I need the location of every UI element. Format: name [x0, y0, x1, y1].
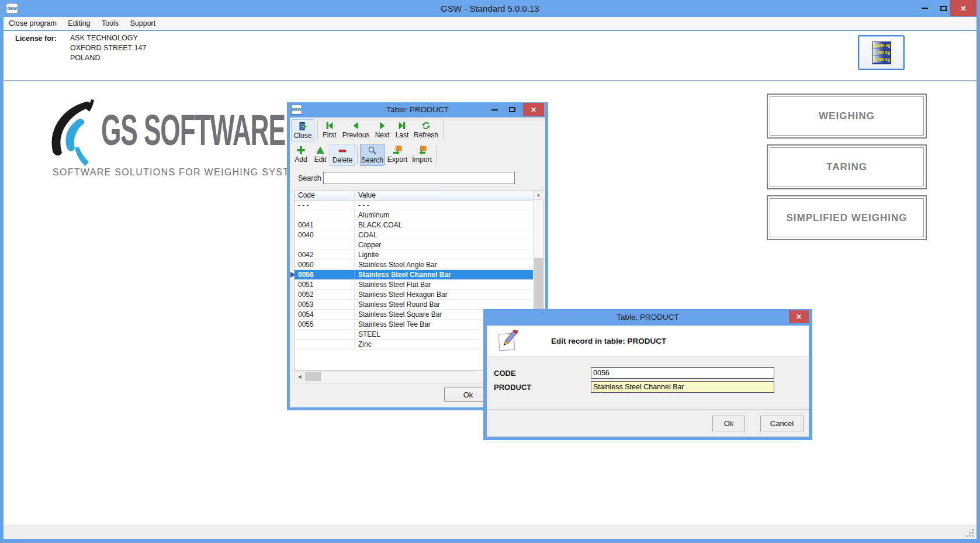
menu-bar: Close program Editing Tools Support: [4, 17, 976, 30]
main-hscrollbar[interactable]: [4, 525, 976, 539]
simplified-weighing-button[interactable]: SIMPLIFIED WEIGHING: [767, 195, 927, 240]
column-header-code[interactable]: Code: [295, 191, 355, 200]
table-row[interactable]: 0056Stainless Steel Channel Bar: [295, 270, 534, 280]
menu-tools[interactable]: Tools: [98, 17, 123, 27]
minimize-button[interactable]: [915, 0, 934, 16]
dialog-cancel-label: Cancel: [770, 419, 794, 428]
cell-value: Stainless Steel Channel Bar: [355, 270, 534, 279]
cell-value: Aluminum: [355, 210, 534, 220]
logo-mark-icon: [46, 99, 104, 172]
close-button[interactable]: ✕: [950, 0, 976, 16]
toolbar-separator: [317, 121, 318, 140]
taring-button[interactable]: TARING: [767, 144, 927, 189]
toolbar-previous-button[interactable]: Previous: [340, 119, 372, 141]
table-window-titlebar: GSW Table: PRODUCT ✕: [287, 102, 548, 117]
scroll-left-icon[interactable]: ◀: [295, 371, 304, 382]
dialog-ok-button[interactable]: Ok: [712, 416, 745, 431]
maximize-icon: [509, 107, 515, 112]
scale-line: 9500 kg: [873, 56, 891, 63]
dialog-close-button[interactable]: ✕: [789, 310, 809, 323]
dialog-titlebar: Table: PRODUCT ✕: [483, 309, 812, 326]
dialog-footer: Ok Cancel: [487, 409, 809, 437]
toolbar-search-button[interactable]: Search: [360, 144, 385, 166]
cell-code: [295, 210, 355, 220]
toolbar-first-label: First: [320, 131, 339, 139]
table-row[interactable]: 0053Stainless Steel Round Bar: [295, 300, 534, 310]
cell-code: - - -: [295, 200, 355, 210]
toolbar-last-label: Last: [393, 131, 411, 139]
toolbar-delete-button[interactable]: Delete: [330, 144, 355, 166]
close-icon: ✕: [960, 4, 967, 13]
menu-support[interactable]: Support: [126, 17, 160, 27]
toolbar-close-label: Close: [292, 132, 314, 140]
cell-code: 0053: [295, 300, 355, 309]
product-field-input[interactable]: [591, 381, 774, 393]
table-row[interactable]: 0042Lignite: [295, 250, 534, 260]
table-row[interactable]: Copper: [295, 240, 534, 250]
menu-editing[interactable]: Editing: [64, 17, 94, 27]
cell-code: 0041: [295, 220, 355, 230]
table-search-input[interactable]: [323, 172, 515, 184]
dialog-body: Edit record in table: PRODUCT CODE PRODU…: [487, 326, 809, 437]
toolbar-import-label: Import: [410, 155, 434, 164]
close-icon: ✕: [531, 106, 536, 114]
cell-code: 0040: [295, 230, 355, 240]
toolbar-previous-label: Previous: [340, 131, 372, 139]
toolbar-close-button[interactable]: Close: [291, 119, 314, 141]
main-window-title: GSW - Standard 5.0.0.13: [0, 0, 980, 17]
cell-value: Stainless Steel Round Bar: [355, 300, 534, 309]
toolbar-search-label: Search: [361, 156, 384, 164]
toolbar-first-button[interactable]: First: [320, 119, 339, 141]
toolbar-export-label: Export: [386, 155, 409, 164]
maximize-icon: [940, 6, 947, 11]
scroll-up-icon[interactable]: ▲: [534, 191, 543, 200]
table-row[interactable]: 0051Stainless Steel Flat Bar: [295, 280, 534, 290]
cell-value: Lignite: [355, 250, 534, 260]
close-icon: ✕: [796, 313, 802, 321]
import-icon: [410, 145, 434, 155]
grid-header: Code Value: [295, 191, 543, 200]
resize-grip[interactable]: [967, 529, 974, 537]
table-row[interactable]: Aluminum: [295, 210, 534, 220]
table-row[interactable]: 0050Stainless Steel Angle Bar: [295, 260, 534, 270]
code-field-input[interactable]: [591, 367, 774, 379]
table-maximize-button[interactable]: [504, 103, 520, 116]
toolbar-last-button[interactable]: Last: [393, 119, 411, 141]
table-row[interactable]: - - -- - -: [295, 200, 534, 210]
table-window-icon: GSW: [291, 105, 302, 115]
weighing-button-label: WEIGHING: [819, 110, 875, 122]
logo: GS SOFTWARE SOFTWARE SOLUTIONS FOR WEIGH…: [46, 92, 320, 192]
weighing-button[interactable]: WEIGHING: [767, 94, 927, 139]
scale-display-button[interactable]: 12800 kg 800 kg 9500 kg: [858, 35, 905, 70]
hscroll-thumb[interactable]: [305, 372, 321, 381]
license-line-2: OXFORD STREET 147: [70, 44, 146, 52]
toolbar-refresh-button[interactable]: Refresh: [413, 119, 439, 141]
table-row[interactable]: 0040COAL: [295, 230, 534, 240]
table-close-button[interactable]: ✕: [523, 103, 544, 116]
toolbar-next-button[interactable]: Next: [373, 119, 392, 141]
logo-tagline: SOFTWARE SOLUTIONS FOR WEIGHING SYSTEMS: [53, 167, 312, 178]
toolbar-add-button[interactable]: Add: [291, 144, 311, 166]
first-icon: [320, 120, 339, 131]
table-row[interactable]: 0052Stainless Steel Hexagon Bar: [295, 290, 534, 300]
table-minimize-button[interactable]: [486, 103, 503, 116]
menu-close-program[interactable]: Close program: [5, 17, 61, 27]
edit-record-icon: [497, 330, 518, 352]
toolbar-edit-label: Edit: [312, 155, 328, 164]
toolbar-edit-button[interactable]: Edit: [312, 144, 328, 166]
toolbar-separator: [443, 121, 444, 140]
cell-code: 0052: [295, 290, 355, 299]
product-field-label: PRODUCT: [494, 383, 531, 392]
license-label: License for:: [15, 34, 57, 43]
table-row[interactable]: 0041BLACK COAL: [295, 220, 534, 230]
toolbar-export-button[interactable]: Export: [386, 144, 409, 166]
column-header-value[interactable]: Value: [355, 191, 522, 200]
last-icon: [393, 120, 411, 131]
simplified-weighing-button-label: SIMPLIFIED WEIGHING: [787, 212, 908, 224]
dialog-cancel-button[interactable]: Cancel: [760, 416, 804, 431]
cell-value: Stainless Steel Angle Bar: [355, 260, 534, 269]
refresh-icon: [413, 120, 439, 131]
export-icon: [386, 145, 409, 155]
toolbar-refresh-label: Refresh: [413, 131, 439, 139]
toolbar-import-button[interactable]: Import: [410, 144, 434, 166]
